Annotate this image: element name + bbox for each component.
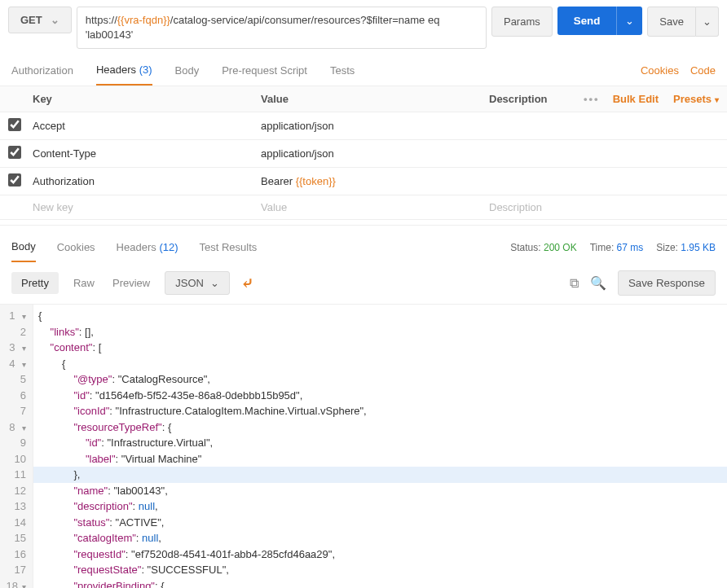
- tab-label: Headers: [117, 241, 156, 253]
- code-content[interactable]: { "links": [], "content": [ { "@type": "…: [33, 305, 727, 588]
- header-value[interactable]: Bearer {{token}}: [261, 175, 489, 187]
- header-key[interactable]: Accept: [33, 120, 261, 132]
- line-gutter: 1 ▾23 ▾4 ▾5678 ▾9101112131415161718▾1920…: [0, 305, 33, 588]
- tab-headers[interactable]: Headers (3): [96, 55, 152, 86]
- resp-tab-body[interactable]: Body: [11, 232, 36, 262]
- new-desc-input[interactable]: Description: [489, 201, 719, 213]
- format-label: JSON: [175, 277, 204, 289]
- tab-tests[interactable]: Tests: [330, 56, 355, 85]
- tab-count: (12): [159, 241, 178, 253]
- header-row[interactable]: Content-Type application/json: [0, 140, 727, 168]
- header-key[interactable]: Authorization: [33, 175, 261, 187]
- presets-dropdown[interactable]: Presets▾: [673, 93, 719, 105]
- header-row-new[interactable]: New key Value Description: [0, 195, 727, 220]
- tab-body[interactable]: Body: [175, 56, 200, 85]
- resp-tab-test-results[interactable]: Test Results: [200, 233, 258, 261]
- save-button[interactable]: Save: [647, 7, 696, 37]
- view-preview[interactable]: Preview: [109, 272, 153, 294]
- col-key: Key: [33, 93, 261, 105]
- status-meta: Status: 200 OK: [510, 242, 576, 253]
- tab-authorization[interactable]: Authorization: [11, 56, 73, 85]
- header-value[interactable]: application/json: [261, 120, 489, 132]
- http-method-select[interactable]: GET ⌄: [8, 7, 72, 33]
- chevron-down-icon: ⌄: [51, 14, 59, 26]
- view-raw[interactable]: Raw: [70, 272, 98, 294]
- url-text: https://: [86, 14, 117, 26]
- col-description: Description: [489, 93, 584, 105]
- view-pretty[interactable]: Pretty: [11, 272, 59, 294]
- new-value-input[interactable]: Value: [261, 201, 489, 213]
- copy-icon[interactable]: ⧉: [570, 276, 579, 291]
- save-response-button[interactable]: Save Response: [618, 270, 716, 296]
- row-checkbox[interactable]: [8, 118, 21, 131]
- resp-tab-headers[interactable]: Headers (12): [117, 233, 178, 261]
- headers-table: Key Value Description ••• Bulk Edit Pres…: [0, 86, 727, 220]
- params-button[interactable]: Params: [491, 7, 553, 37]
- url-variable: {{vra-fqdn}}: [117, 14, 170, 26]
- url-input[interactable]: https://{{vra-fqdn}}/catalog-service/api…: [77, 7, 487, 49]
- send-dropdown[interactable]: ⌄: [616, 7, 642, 35]
- presets-label: Presets: [673, 93, 712, 105]
- search-icon[interactable]: 🔍: [590, 275, 606, 291]
- tab-count: (3): [139, 64, 152, 76]
- row-checkbox[interactable]: [8, 146, 21, 159]
- tab-prerequest[interactable]: Pre-request Script: [222, 56, 307, 85]
- header-key[interactable]: Content-Type: [33, 147, 261, 160]
- send-button[interactable]: Send: [557, 7, 617, 35]
- save-dropdown[interactable]: ⌄: [696, 7, 719, 37]
- new-key-input[interactable]: New key: [33, 201, 261, 213]
- chevron-down-icon: ⌄: [625, 15, 634, 27]
- http-method-label: GET: [20, 14, 42, 26]
- code-link[interactable]: Code: [690, 64, 716, 77]
- row-checkbox[interactable]: [8, 173, 21, 186]
- cookies-link[interactable]: Cookies: [641, 64, 679, 77]
- header-value[interactable]: application/json: [261, 147, 489, 160]
- format-select[interactable]: JSON ⌄: [165, 271, 230, 295]
- chevron-down-icon: ⌄: [703, 15, 712, 28]
- chevron-down-icon: ▾: [715, 95, 719, 104]
- tab-label: Headers: [96, 64, 136, 76]
- resp-tab-cookies[interactable]: Cookies: [57, 233, 95, 261]
- header-row[interactable]: Accept application/json: [0, 112, 727, 140]
- wrap-lines-icon[interactable]: ⤶: [241, 274, 253, 292]
- response-body[interactable]: 1 ▾23 ▾4 ▾5678 ▾9101112131415161718▾1920…: [0, 304, 727, 588]
- header-row[interactable]: Authorization Bearer {{token}}: [0, 168, 727, 195]
- more-icon[interactable]: •••: [584, 93, 600, 105]
- col-value: Value: [261, 93, 489, 105]
- size-meta: Size: 1.95 KB: [656, 242, 716, 253]
- time-meta: Time: 67 ms: [590, 242, 644, 253]
- bulk-edit-link[interactable]: Bulk Edit: [613, 93, 659, 105]
- chevron-down-icon: ⌄: [210, 277, 219, 289]
